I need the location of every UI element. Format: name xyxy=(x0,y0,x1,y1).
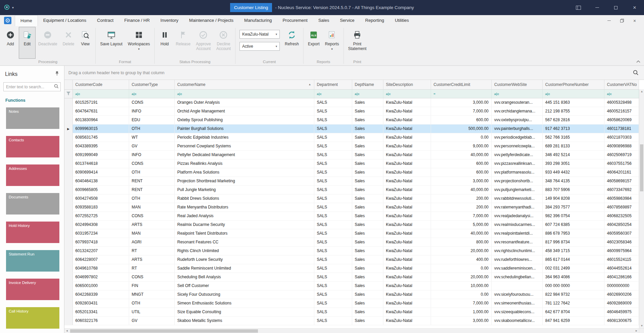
sidebar-item-call-history[interactable]: Call History xyxy=(6,307,59,329)
cell-customercreditlimit[interactable]: 20,000.00 xyxy=(431,273,491,281)
maximize-button[interactable] xyxy=(606,0,625,15)
cell-customertype[interactable]: RENT xyxy=(129,177,174,185)
tab-utilities[interactable]: Utilities xyxy=(389,15,414,26)
cell-sitedescription[interactable]: KwaZulu-Natal xyxy=(383,211,431,220)
cell-customercreditlimit[interactable]: 7,000.00 xyxy=(431,211,491,220)
mdi-restore-button[interactable] xyxy=(616,16,628,25)
cell-customercreditlimit[interactable]: 600.00 xyxy=(431,159,491,168)
cell-department[interactable]: SALS xyxy=(314,264,352,273)
cell-customervatno[interactable]: 46005216157 xyxy=(604,107,639,115)
sidebar-item-addresses[interactable]: Addresses xyxy=(6,164,59,186)
cell-customervatno[interactable]: 46081300675 xyxy=(604,316,639,325)
filter-cell-customerphonenumber[interactable]: a|c xyxy=(542,89,604,98)
cell-customertype[interactable]: OTH xyxy=(129,168,174,177)
cell-deptname[interactable]: Sales xyxy=(352,115,383,124)
column-header-department[interactable]: Department xyxy=(314,80,352,89)
filter-cell-customervatno[interactable]: a|c xyxy=(604,89,639,98)
cell-customercode[interactable]: 6093588183 xyxy=(72,203,129,211)
cell-deptname[interactable]: Sales xyxy=(352,211,383,220)
cell-customername[interactable]: Orchid Angle Management xyxy=(174,107,314,115)
cell-customerphonenumber[interactable]: 817 996 8734 xyxy=(542,238,604,246)
scroll-left-icon[interactable]: ◄ xyxy=(64,329,69,333)
mdi-close-button[interactable]: × xyxy=(629,16,641,25)
cell-customercreditlimit[interactable]: 3,000.00 xyxy=(431,177,491,185)
cell-customercode[interactable]: 6043389395 xyxy=(72,142,129,150)
cell-department[interactable]: SALS xyxy=(314,307,352,316)
cell-department[interactable]: SALS xyxy=(314,316,352,325)
cell-customerphonenumber[interactable]: 149 904 8208 xyxy=(542,194,604,203)
cell-customercreditlimit[interactable]: 400.00 xyxy=(431,255,491,264)
refresh-button[interactable]: Refresh xyxy=(282,27,302,59)
scroll-down-icon[interactable]: ▼ xyxy=(639,324,644,328)
cell-customervatno[interactable]: 46068232505 xyxy=(604,211,639,220)
save-layout-button[interactable]: Save Layout xyxy=(97,27,125,59)
cell-customerwebsite[interactable]: vvv.orchidanglemana... xyxy=(491,107,542,115)
cell-department[interactable]: SALS xyxy=(314,150,352,159)
cell-customercreditlimit[interactable]: 600.00 xyxy=(431,115,491,124)
cell-customerwebsite[interactable]: vvv.sicelyfouroutsou... xyxy=(491,290,542,299)
customer-row[interactable]: 6047647631INFOOrchid Angle ManagementSAL… xyxy=(64,107,639,115)
cell-customerphonenumber[interactable]: 847 941 6259 xyxy=(542,316,604,325)
cell-deptname[interactable]: Sales xyxy=(352,150,383,159)
cell-sitedescription[interactable]: KwaZulu-Natal xyxy=(383,290,431,299)
customer-row[interactable]: 6093588183MANRate Menyantha Distributors… xyxy=(64,203,639,211)
cell-customertype[interactable]: INFO xyxy=(129,150,174,159)
cell-customercreditlimit[interactable]: 7,000.00 xyxy=(431,107,491,115)
cell-customertype[interactable]: WT xyxy=(129,133,174,142)
customer-row[interactable]: ▶6099963015OTHPainter Burghall Solutions… xyxy=(64,124,639,133)
cell-customerphonenumber[interactable]: 000 000 0000 xyxy=(542,281,604,290)
customer-row[interactable]: 6090699414OTHPlatform Area SolutionsSALS… xyxy=(64,168,639,177)
tab-inventory[interactable]: Inventory xyxy=(155,15,183,26)
filter-cell-customername[interactable]: a|c xyxy=(174,89,314,98)
cell-customername[interactable]: Sell Off Customer xyxy=(174,281,314,290)
vertical-scrollbar[interactable]: ▲ ▼ xyxy=(639,89,644,328)
filter-cell-customerwebsite[interactable]: a|c xyxy=(491,89,542,98)
cell-deptname[interactable]: Sales xyxy=(352,220,383,229)
cell-customerwebsite[interactable]: vvv.simeonenthusias... xyxy=(491,299,542,307)
cell-customerphonenumber[interactable]: 346 492 5214 xyxy=(542,150,604,159)
cell-department[interactable]: SALS xyxy=(314,159,352,168)
cell-department[interactable]: SALS xyxy=(314,238,352,246)
cell-customercode[interactable]: 6072552725 xyxy=(72,211,129,220)
tab-home[interactable]: Home xyxy=(15,15,38,26)
cell-customervatno[interactable]: 46037551756 xyxy=(604,159,639,168)
cell-customervatno[interactable]: 46073347692 xyxy=(604,185,639,194)
cell-deptname[interactable]: Sales xyxy=(352,98,383,107)
cell-customercode[interactable]: 6052013341 xyxy=(72,307,129,316)
sidebar-item-invoice-delivery[interactable]: Invoice Delivery xyxy=(6,279,59,300)
cell-customerwebsite[interactable]: vvv.platformareasolu... xyxy=(491,168,542,177)
sidebar-item-statement-run[interactable]: Statement Run xyxy=(6,250,59,272)
cell-customercode[interactable]: 6049610768 xyxy=(72,264,129,273)
column-header-customername[interactable]: CustomerName▲ xyxy=(174,80,314,89)
cell-deptname[interactable]: Sales xyxy=(352,290,383,299)
cell-customercode[interactable]: 6046997802 xyxy=(72,273,129,281)
layout-toggle-icon[interactable] xyxy=(569,0,588,15)
customer-row[interactable]: 6072552725CONSReal Jaded AnalysisSALSSal… xyxy=(64,211,639,220)
customer-row[interactable]: 6043389395GVPersonnel Cowpland SystemsSA… xyxy=(64,142,639,150)
cell-customerphonenumber[interactable]: 933 449 4432 xyxy=(542,168,604,177)
cell-customerwebsite[interactable]: vvv.realmixducarmes... xyxy=(491,220,542,229)
tab-procurement[interactable]: Procurement xyxy=(277,15,313,26)
horizontal-scrollbar[interactable]: ◄ ► xyxy=(64,328,639,333)
cell-customervatno[interactable]: 46041286166 xyxy=(604,273,639,281)
customer-row[interactable]: 6065001000FINSell Off CustomerSALSSalesK… xyxy=(64,281,639,290)
cell-department[interactable]: SALS xyxy=(314,98,352,107)
cell-customername[interactable]: Projection Shortbread Marketing xyxy=(174,177,314,185)
cell-customername[interactable]: Personnel Cowpland Systems xyxy=(174,142,314,150)
cell-department[interactable]: SALS xyxy=(314,168,352,177)
cell-customername[interactable]: Saddle Reminiscent Unlimited xyxy=(174,264,314,273)
cell-sitedescription[interactable]: KwaZulu-Natal xyxy=(383,177,431,185)
cell-deptname[interactable]: Sales xyxy=(352,246,383,255)
cell-customercreditlimit[interactable]: 500,000.00 xyxy=(431,124,491,133)
customer-row[interactable]: 6009665805RENTPull Jungle MarketingSALSS… xyxy=(64,185,639,194)
cell-sitedescription[interactable]: KwaZulu-Natal xyxy=(383,238,431,246)
customer-row[interactable]: 6049610768RTSaddle Reminiscent Unlimited… xyxy=(64,264,639,273)
scroll-up-icon[interactable]: ▲ xyxy=(639,89,644,94)
cell-customercode[interactable]: 6091999049 xyxy=(72,150,129,159)
titlebar-menu-caret-icon[interactable]: ▾ xyxy=(12,6,14,9)
cell-customercode[interactable]: 6013242207 xyxy=(72,246,129,255)
cell-customercode[interactable]: 6024994308 xyxy=(72,220,129,229)
cell-customercode[interactable]: 6060322176 xyxy=(72,316,129,325)
cell-department[interactable]: SALS xyxy=(314,115,352,124)
cell-sitedescription[interactable]: KwaZulu-Natal xyxy=(383,168,431,177)
